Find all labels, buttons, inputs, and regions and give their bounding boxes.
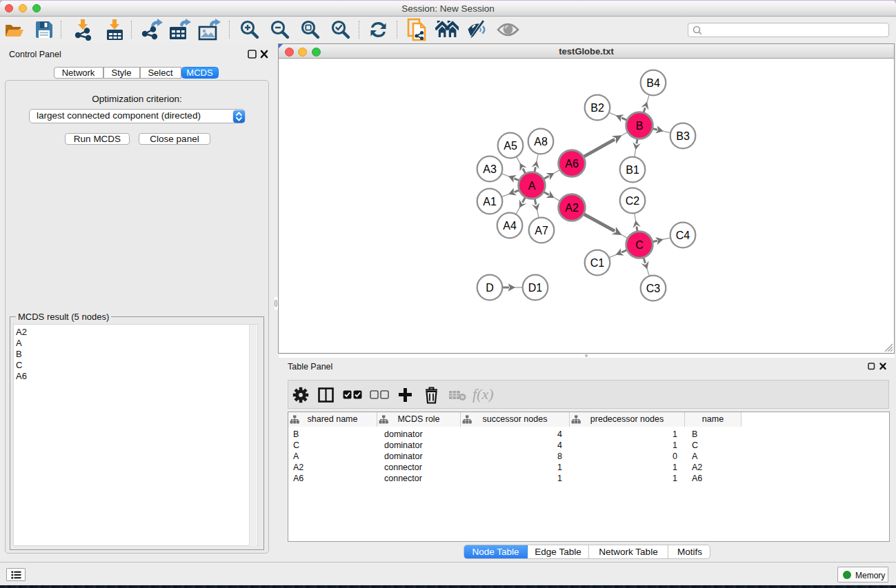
svg-text:A6: A6 <box>565 158 579 170</box>
svg-text:C2: C2 <box>626 195 640 207</box>
svg-text:C1: C1 <box>590 257 605 269</box>
svg-text:C3: C3 <box>646 283 661 294</box>
svg-text:B1: B1 <box>626 164 639 176</box>
svg-text:D1: D1 <box>528 282 543 294</box>
svg-text:A1: A1 <box>483 196 497 207</box>
svg-text:B2: B2 <box>590 102 604 114</box>
svg-text:D: D <box>486 282 494 294</box>
svg-text:C4: C4 <box>676 230 690 241</box>
svg-text:B3: B3 <box>676 130 690 142</box>
svg-text:A3: A3 <box>483 163 497 175</box>
svg-text:A2: A2 <box>565 202 579 214</box>
svg-text:A8: A8 <box>534 136 548 148</box>
svg-text:C: C <box>635 239 644 251</box>
svg-text:B4: B4 <box>646 77 660 89</box>
svg-text:A: A <box>528 180 536 192</box>
svg-text:A5: A5 <box>504 140 517 152</box>
svg-text:A4: A4 <box>503 220 517 232</box>
svg-text:B: B <box>636 120 644 132</box>
svg-text:A7: A7 <box>535 225 548 236</box>
